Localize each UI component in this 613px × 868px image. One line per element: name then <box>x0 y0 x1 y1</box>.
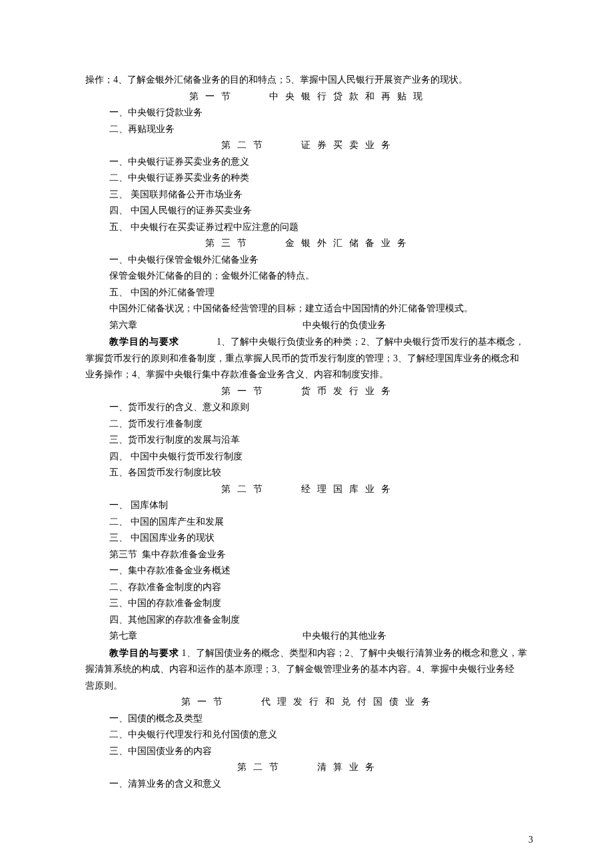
chapter-heading: 第六章 中央银行的负债业务 <box>85 317 533 334</box>
body-line: 二、中央银行证券买卖业务的种类 <box>85 170 533 187</box>
body-line: 业务操作；4、掌握中央银行集中存款准备金业务含义、内容和制度安排。 <box>85 367 533 383</box>
section-heading: 第二节 证券买卖业务 <box>85 137 533 154</box>
section-heading: 第一节 中央银行贷款和再贴现 <box>85 89 533 105</box>
body-line: 五、 中央银行在买卖证券过程中应注意的问题 <box>85 219 533 236</box>
body-line: 二、货币发行准备制度 <box>85 416 533 433</box>
body-line: 三、 中国国库业务的现状 <box>85 530 533 547</box>
body-line: 二、 中国的国库产生和发展 <box>85 514 533 531</box>
chapter-number: 第六章 <box>109 317 303 334</box>
body-line: 三、中国国债业务的内容 <box>85 743 533 760</box>
goal-label: 教学目的与要求 <box>109 336 179 347</box>
body-line: 三、 美国联邦储备公开市场业务 <box>85 187 533 203</box>
body-line: 四、其他国家的存款准备金制度 <box>85 612 533 629</box>
teaching-goal: 教学目的与要求 1、了解国债业务的概念、类型和内容；2、了解中央银行清算业务的概… <box>85 645 533 662</box>
intro-continuation: 操作；4、了解金银外汇储备业务的目的和特点；5、掌握中国人民银行开展资产业务的现… <box>85 72 533 89</box>
body-line: 一、国债的概念及类型 <box>85 711 533 727</box>
body-line: 第三节 集中存款准备金业务 <box>85 547 533 563</box>
body-line: 三、中国的存款准备金制度 <box>85 595 533 612</box>
body-line: 一、 国库体制 <box>85 497 533 514</box>
section-heading: 第二节 清算业务 <box>85 759 533 776</box>
body-line: 营原则。 <box>85 678 533 695</box>
body-line: 一、中央银行贷款业务 <box>85 105 533 121</box>
goal-text: 1、了解中央银行负债业务的种类；2、了解中央银行货币发行的基本概念， <box>179 337 524 347</box>
chapter-name: 中央银行的负债业务 <box>303 317 386 334</box>
body-line: 四、 中国人民银行的证券买卖业务 <box>85 203 533 219</box>
body-line: 三、货币发行制度的发展与沿革 <box>85 432 533 449</box>
body-line: 中国外汇储备状况；中国储备经营管理的目标；建立适合中国国情的外汇储备管理模式。 <box>85 301 533 317</box>
body-line: 保管金银外汇储备的目的；金银外汇储备的特点。 <box>85 268 533 285</box>
body-line: 四、 中国中央银行货币发行制度 <box>85 449 533 465</box>
body-line: 一、中央银行证券买卖业务的意义 <box>85 154 533 171</box>
body-line: 一、集中存款准备金业务概述 <box>85 563 533 579</box>
body-line: 二、再贴现业务 <box>85 121 533 138</box>
chapter-heading: 第七章 中央银行的其他业务 <box>85 628 533 645</box>
body-line: 二、中央银行代理发行和兑付国债的意义 <box>85 727 533 743</box>
teaching-goal: 教学目的与要求 1、了解中央银行负债业务的种类；2、了解中央银行货币发行的基本概… <box>85 333 533 351</box>
body-line: 一、中央银行保管金银外汇储备业务 <box>85 252 533 269</box>
chapter-number: 第七章 <box>109 628 303 645</box>
section-heading: 第二节 经理国库业务 <box>85 481 533 498</box>
goal-text: 1、了解国债业务的概念、类型和内容；2、了解中央银行清算业务的概念和意义，掌 <box>179 648 527 658</box>
body-line: 一、货币发行的含义、意义和原则 <box>85 399 533 416</box>
section-heading: 第三节 金银外汇储备业务 <box>85 235 533 252</box>
body-line: 二、存款准备金制度的内容 <box>85 579 533 596</box>
body-line: 掌握货币发行的原则和准备制度，重点掌握人民币的货币发行制度的管理；3、了解经理国… <box>85 351 533 367</box>
page-number: 3 <box>528 832 533 849</box>
chapter-name: 中央银行的其他业务 <box>303 628 386 645</box>
body-line: 五、 中国的外汇储备管理 <box>85 285 533 301</box>
page: 操作；4、了解金银外汇储备业务的目的和特点；5、掌握中国人民银行开展资产业务的现… <box>0 0 613 868</box>
body-line: 握清算系统的构成、内容和运作的基本原理；3、了解金银管理业务的基本内容。4、掌握… <box>85 661 533 678</box>
body-line: 一、清算业务的含义和意义 <box>85 776 533 793</box>
goal-label: 教学目的与要求 <box>109 647 179 658</box>
body-line: 五、各国货币发行制度比较 <box>85 465 533 481</box>
section-heading: 第一节 代理发行和兑付国债业务 <box>85 694 533 711</box>
section-heading: 第一节 货币发行业务 <box>85 383 533 400</box>
